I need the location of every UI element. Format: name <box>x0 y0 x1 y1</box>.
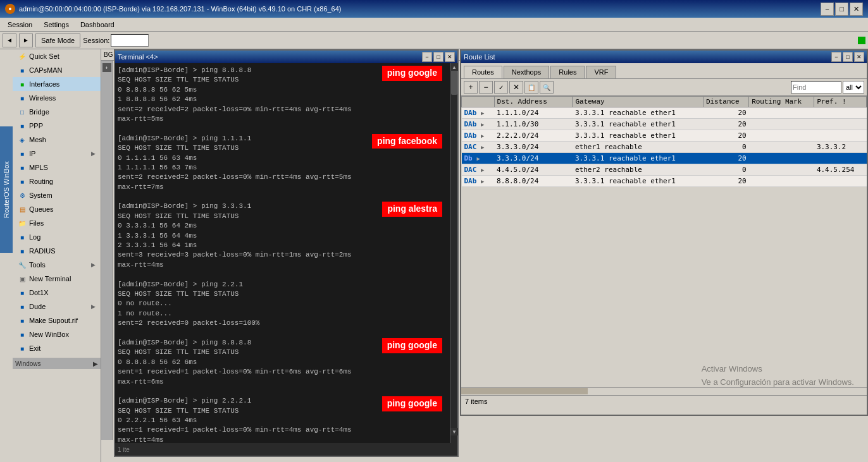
tab-nexthops[interactable]: Nexthops <box>504 66 549 78</box>
sidebar-item-make-supout[interactable]: ■ Make Supout.rif <box>13 313 101 327</box>
scroll-down[interactable]: ▼ <box>450 428 458 435</box>
ping-block-4: [admin@ISP-Borde] > ping 2.2.1 <box>118 280 455 289</box>
tab-rules[interactable]: Rules <box>550 66 585 78</box>
row-dst: 8.8.8.0/24 <box>494 176 573 187</box>
sidebar-item-system[interactable]: ⚙ System <box>13 188 101 202</box>
col-routing-mark: Routing Mark <box>749 97 814 107</box>
find-select[interactable]: all <box>843 81 864 94</box>
sidebar-item-ip[interactable]: ■ IP ▶ <box>13 147 101 161</box>
session-input[interactable] <box>111 34 149 47</box>
route-maximize[interactable]: □ <box>843 52 853 62</box>
interfaces-icon: ■ <box>18 80 27 88</box>
col-gateway: Gateway <box>573 97 703 107</box>
sidebar-item-bridge[interactable]: □ Bridge <box>13 105 101 119</box>
table-row[interactable]: DAC ▶ 4.4.5.0/24 ether2 reachable 0 4.4.… <box>462 164 867 176</box>
close-button[interactable]: ✕ <box>850 3 863 16</box>
route-window: Route List − □ ✕ Routes Nexthops Rules V… <box>460 49 868 416</box>
route-hscroll[interactable] <box>461 387 867 395</box>
sidebar-item-routing[interactable]: ■ Routing <box>13 174 101 188</box>
tools-icon: 🔧 <box>18 260 27 269</box>
indicator-btn[interactable]: + <box>102 63 111 72</box>
sidebar-item-exit[interactable]: ■ Exit <box>13 341 101 355</box>
tab-vrf[interactable]: VRF <box>586 66 616 78</box>
row-gateway: 3.3.3.1 reachable ether1 <box>573 130 703 142</box>
route-close[interactable]: ✕ <box>854 52 864 62</box>
terminal-maximize[interactable]: □ <box>433 52 443 62</box>
maximize-button[interactable]: □ <box>835 3 848 16</box>
menu-dashboard[interactable]: Dashboard <box>75 20 120 30</box>
disable-route-button[interactable]: ✕ <box>509 81 523 94</box>
minimize-button[interactable]: − <box>821 3 834 16</box>
sidebar-item-interfaces[interactable]: ■ Interfaces <box>13 77 101 91</box>
row-gateway: 3.3.3.1 reachable ether1 <box>573 107 703 119</box>
forward-button[interactable]: ► <box>19 33 33 47</box>
remove-route-button[interactable]: − <box>479 81 493 94</box>
col-flags <box>462 97 495 107</box>
tab-routes[interactable]: Routes <box>464 66 502 78</box>
sidebar-item-queues[interactable]: ▤ Queues <box>13 202 101 216</box>
sidebar-item-quickset[interactable]: ⚡ Quick Set <box>13 49 101 63</box>
find-input[interactable] <box>791 81 841 94</box>
sidebar-label-tools: Tools <box>29 261 46 269</box>
content-area: BG + Terminal <4> − □ ✕ [admin@ISP-Borde… <box>101 49 868 462</box>
ip-arrow: ▶ <box>91 150 96 157</box>
scrollbar-thumb[interactable] <box>451 70 457 95</box>
sidebar-item-tools[interactable]: 🔧 Tools ▶ <box>13 258 101 272</box>
hscroll-thumb[interactable] <box>461 388 588 394</box>
menu-session[interactable]: Session <box>3 20 37 30</box>
terminal-icon: ▣ <box>18 274 27 283</box>
row-flags: DAC ▶ <box>462 142 495 153</box>
sidebar: ⚡ Quick Set ■ CAPsMAN ■ Interfaces ■ Wir… <box>13 49 101 462</box>
add-route-button[interactable]: + <box>464 81 478 94</box>
row-dst: 3.3.3.0/24 <box>494 153 573 164</box>
table-row[interactable]: DAb ▶ 1.1.1.0/24 3.3.3.1 reachable ether… <box>462 107 867 119</box>
ping-stat-2: sent=2 received=2 packet-loss=0% min-rtt… <box>118 173 455 182</box>
sidebar-item-capsman[interactable]: ■ CAPsMAN <box>13 63 101 77</box>
enable-route-button[interactable]: ✓ <box>494 81 508 94</box>
scroll-up[interactable]: ▲ <box>450 63 458 71</box>
sidebar-item-wireless[interactable]: ■ Wireless <box>13 91 101 105</box>
terminal-close[interactable]: ✕ <box>445 52 455 62</box>
safe-mode-button[interactable]: Safe Mode <box>35 33 80 47</box>
row-gateway: 3.3.3.1 reachable ether1 <box>573 153 703 164</box>
table-row[interactable]: DAb ▶ 1.1.1.0/30 3.3.3.1 reachable ether… <box>462 119 867 130</box>
row-dst: 1.1.1.0/30 <box>494 119 573 130</box>
winbox-vertical-label: RouterOS WinBox <box>0 126 13 253</box>
route-table-scroll[interactable]: Dst. Address Gateway Distance Routing Ma… <box>461 96 867 387</box>
supout-icon: ■ <box>18 316 27 325</box>
sidebar-item-mesh[interactable]: ◈ Mesh <box>13 133 101 147</box>
sidebar-item-ppp[interactable]: ■ PPP <box>13 119 101 133</box>
terminal-minimize[interactable]: − <box>422 52 432 62</box>
table-row[interactable]: DAb ▶ 8.8.8.0/24 3.3.3.1 reachable ether… <box>462 176 867 187</box>
filter-route-button[interactable]: 🔍 <box>540 81 554 94</box>
sidebar-item-mpls[interactable]: ■ MPLS <box>13 161 101 174</box>
route-title: Route List <box>464 53 495 61</box>
sidebar-item-dude[interactable]: ■ Dude ▶ <box>13 300 101 313</box>
seq-header-4: SEQ HOST SIZE TTL TIME STATUS <box>118 289 455 299</box>
terminal-scrollbar[interactable]: ▼ ▲ <box>450 63 457 443</box>
route-minimize[interactable]: − <box>831 52 841 62</box>
app-icon: ● <box>5 4 15 14</box>
col-pref: Pref. ! <box>814 97 867 107</box>
sidebar-item-radius[interactable]: ■ RADIUS <box>13 244 101 258</box>
back-button[interactable]: ◄ <box>3 33 16 47</box>
row-flags: DAb ▶ <box>462 176 495 187</box>
copy-route-button[interactable]: 📋 <box>524 81 538 94</box>
system-icon: ⚙ <box>18 191 27 200</box>
table-row[interactable]: DAb ▶ 2.2.2.0/24 3.3.3.1 reachable ether… <box>462 130 867 142</box>
route-toolbar: + − ✓ ✕ 📋 🔍 all <box>461 79 867 96</box>
ping-facebook-label: ping facebook <box>372 134 442 149</box>
sidebar-item-new-terminal[interactable]: ▣ New Terminal <box>13 272 101 286</box>
row-flags: Db ▶ <box>462 153 495 164</box>
sidebar-item-dot1x[interactable]: ■ Dot1X <box>13 286 101 300</box>
ping-google-label-3: ping google <box>382 396 442 411</box>
sidebar-item-log[interactable]: ■ Log <box>13 230 101 244</box>
sidebar-item-files[interactable]: 📁 Files <box>13 216 101 230</box>
table-row[interactable]: DAC ▶ 3.3.3.0/24 ether1 reachable 0 3.3.… <box>462 142 867 153</box>
cmd-prompt-6: [admin@ISP-Borde] > ping 2.2.2.1 <box>118 397 251 404</box>
cmd-prompt-3: [admin@ISP-Borde] > ping 3.3.3.1 <box>118 202 251 210</box>
table-row[interactable]: Db ▶ 3.3.3.0/24 3.3.3.1 reachable ether1… <box>462 153 867 164</box>
menu-settings[interactable]: Settings <box>39 20 74 30</box>
sidebar-item-new-winbox[interactable]: ■ New WinBox <box>13 327 101 341</box>
terminal-content[interactable]: [admin@ISP-Borde] > ping 8.8.8.8 ping go… <box>115 63 457 443</box>
